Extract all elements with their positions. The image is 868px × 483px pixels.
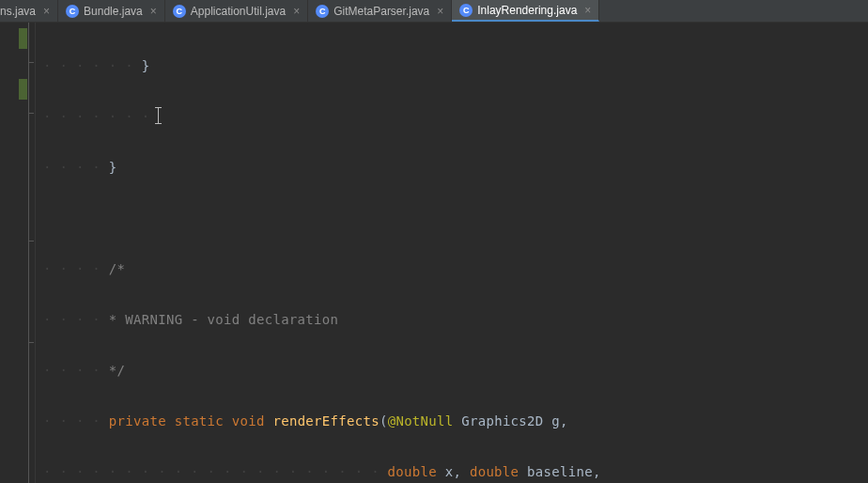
tab-label: GitMetaParser.java	[333, 5, 429, 18]
class-icon: C	[459, 4, 473, 17]
code-line[interactable]	[43, 206, 830, 231]
fold-end-icon[interactable]	[28, 342, 34, 343]
close-icon[interactable]: ×	[43, 5, 50, 18]
fold-end-icon[interactable]	[28, 113, 34, 114]
code-line[interactable]: · · · · · · · · · · · · · · · · · · · · …	[43, 460, 830, 483]
fold-end-icon[interactable]	[28, 62, 34, 63]
change-marker[interactable]	[19, 79, 27, 100]
tab-label: ApplicationUtil.java	[191, 5, 286, 18]
close-icon[interactable]: ×	[584, 4, 591, 17]
fold-guide	[28, 23, 29, 483]
code-line[interactable]: · · · · /*	[43, 257, 830, 282]
code-line[interactable]: · · · · · · }	[43, 54, 830, 79]
close-icon[interactable]: ×	[150, 5, 157, 18]
class-icon: C	[173, 5, 186, 18]
fold-start-icon[interactable]	[28, 241, 34, 242]
tab-label: Bundle.java	[84, 5, 143, 18]
editor-area: · · · · · · } · · · · · · · · · · · } · …	[0, 23, 868, 483]
class-icon: C	[316, 5, 329, 18]
gutter[interactable]	[0, 23, 36, 483]
class-icon: C	[66, 5, 79, 18]
code-line[interactable]: · · · · · · ·	[43, 104, 830, 130]
close-icon[interactable]: ×	[437, 5, 443, 18]
code-line[interactable]: · · · · }	[43, 155, 830, 180]
text-cursor	[158, 107, 159, 124]
code-line[interactable]: · · · · * WARNING - void declaration	[43, 307, 830, 333]
code-line[interactable]: · · · · private static void renderEffect…	[43, 409, 830, 434]
tab-inlayrendering[interactable]: C InlayRendering.java ×	[452, 0, 599, 22]
tab-label: ns.java	[0, 5, 36, 18]
tab-label: InlayRendering.java	[477, 4, 577, 17]
change-marker[interactable]	[19, 28, 27, 49]
code-line[interactable]: · · · · */	[43, 358, 830, 383]
tab-applicationutil[interactable]: C ApplicationUtil.java ×	[165, 0, 308, 22]
close-icon[interactable]: ×	[293, 5, 300, 18]
editor-tabs: ns.java × C Bundle.java × C ApplicationU…	[0, 0, 868, 23]
tab-ns[interactable]: ns.java ×	[0, 0, 58, 22]
tab-bundle[interactable]: C Bundle.java ×	[58, 0, 165, 22]
tab-gitmetaparser[interactable]: C GitMetaParser.java ×	[308, 0, 452, 22]
code-editor[interactable]: · · · · · · } · · · · · · · · · · · } · …	[36, 23, 830, 483]
